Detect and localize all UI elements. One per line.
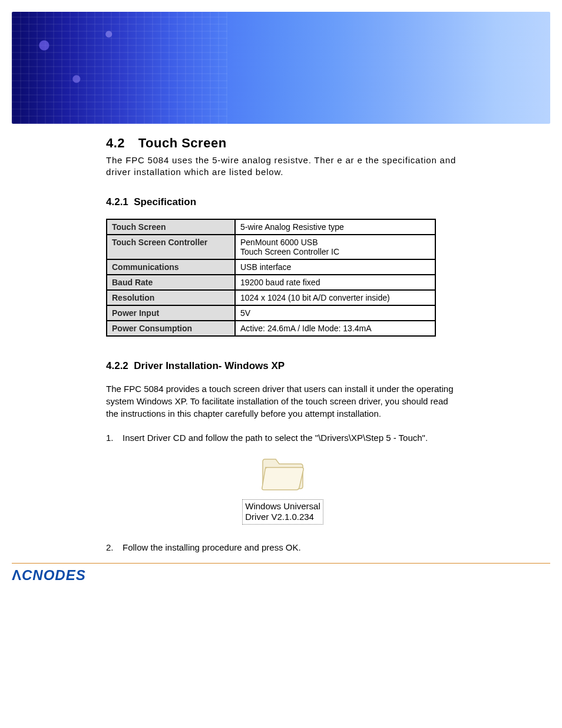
- spec-number: 4.2.1: [106, 196, 128, 207]
- folder-item: Windows Universal Driver V2.1.0.234: [224, 453, 342, 525]
- spec-label: Touch Screen: [107, 219, 235, 235]
- spec-label: Power Input: [107, 305, 235, 321]
- footer-divider: [12, 563, 550, 564]
- section-number: 4.2: [106, 136, 125, 150]
- spec-label: Power Consumption: [107, 321, 235, 336]
- folder-label-line2: Driver V2.1.0.234: [245, 512, 314, 522]
- spec-label: Communications: [107, 259, 235, 275]
- spec-title: Specification: [134, 196, 196, 207]
- spec-value: 5V: [235, 305, 435, 321]
- section-title: Touch Screen: [138, 136, 227, 150]
- folder-label: Windows Universal Driver V2.1.0.234: [242, 499, 323, 525]
- spec-table: Touch Screen 5-wire Analog Resistive typ…: [106, 219, 436, 337]
- spec-value: Active: 24.6mA / Idle Mode: 13.4mA: [235, 321, 435, 336]
- table-row: Baud Rate 19200 baud rate fixed: [107, 275, 435, 290]
- spec-value: USB interface: [235, 259, 435, 275]
- table-row: Power Input 5V: [107, 305, 435, 321]
- spec-label: Resolution: [107, 290, 235, 305]
- step-number: 2.: [106, 542, 123, 552]
- page-content: 4.2 Touch Screen The FPC 5084 uses the 5…: [106, 136, 459, 552]
- table-row: Touch Screen 5-wire Analog Resistive typ…: [107, 219, 435, 235]
- step-text: Insert Driver CD and follow the path to …: [123, 433, 459, 443]
- spec-value: 5-wire Analog Resistive type: [235, 219, 435, 235]
- brand-logo: ΛCNODES: [12, 567, 562, 584]
- step-item: 2. Follow the installing procedure and p…: [106, 542, 459, 552]
- brand-lambda-icon: Λ: [12, 567, 22, 583]
- folder-label-line1: Windows Universal: [245, 501, 320, 511]
- brand-text: CNODES: [22, 567, 86, 583]
- step-item: 1. Insert Driver CD and follow the path …: [106, 433, 459, 443]
- step-text: Follow the installing procedure and pres…: [123, 542, 459, 552]
- step-number: 1.: [106, 433, 123, 443]
- table-row: Resolution 1024 x 1024 (10 bit A/D conve…: [107, 290, 435, 305]
- section-heading: 4.2 Touch Screen: [106, 136, 459, 151]
- spec-heading: 4.2.1 Specification: [106, 196, 459, 208]
- spec-value: 19200 baud rate fixed: [235, 275, 435, 290]
- table-row: Power Consumption Active: 24.6mA / Idle …: [107, 321, 435, 336]
- table-row: Touch Screen Controller PenMount 6000 US…: [107, 235, 435, 259]
- spec-value: 1024 x 1024 (10 bit A/D converter inside…: [235, 290, 435, 305]
- driver-number: 4.2.2: [106, 360, 128, 371]
- driver-heading: 4.2.2 Driver Installation- Windows XP: [106, 360, 459, 372]
- folder-icon: [256, 453, 309, 495]
- table-row: Communications USB interface: [107, 259, 435, 275]
- driver-paragraph: The FPC 5084 provides a touch screen dri…: [106, 383, 459, 420]
- spec-value: PenMount 6000 USB Touch Screen Controlle…: [235, 235, 435, 259]
- driver-title: Driver Installation- Windows XP: [134, 360, 285, 371]
- spec-label: Touch Screen Controller: [107, 235, 235, 259]
- spec-label: Baud Rate: [107, 275, 235, 290]
- header-banner: [12, 12, 550, 124]
- section-intro: The FPC 5084 uses the 5-wire analog resi…: [106, 154, 459, 179]
